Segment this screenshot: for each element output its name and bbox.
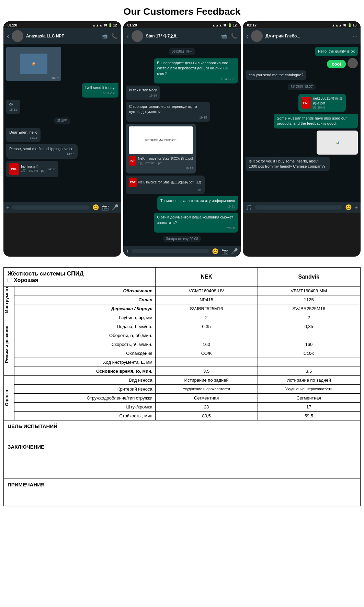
- mic-icon-1[interactable]: 🎤: [112, 204, 118, 211]
- instrument-section-label: Инструмент: [4, 286, 9, 313]
- cel-ispytaniy-cell: ЦЕЛЬ ИСПЫТАНИЙ: [4, 420, 360, 441]
- back-icon-3[interactable]: ‹: [246, 33, 248, 40]
- rezimy-nek-5: СОЖ: [155, 349, 258, 358]
- msg-recv-2b: С корпоративного если переводить, то нуж…: [126, 102, 210, 122]
- rezimy-row-5: Охлаждение СОЖ СОЖ: [4, 349, 360, 358]
- msg-time-dear: 14:16: [9, 136, 37, 140]
- wa-header-1: ‹ Anastasia LLC NPF 📹 📞: [3, 28, 121, 44]
- wa-action-icons-3: ···: [353, 33, 357, 39]
- otsenka-sandvik-3: Сегментная: [258, 393, 360, 402]
- msg-recv-2a: И так и так могу 19:14: [126, 86, 160, 100]
- add-icon-2[interactable]: +: [126, 248, 129, 254]
- wa-action-icons-2: 📹 📞: [221, 33, 237, 39]
- instrument-row-label-2: Сплав: [14, 295, 155, 304]
- video-icon-2[interactable]: 📹: [221, 33, 227, 39]
- otsenka-nek-3: Сегментная: [155, 393, 258, 402]
- msg-text-3b: can you send me the catalogue?: [249, 72, 303, 78]
- cool-wrapper: cool: [327, 58, 358, 68]
- page-title: Our Customers Feedback: [0, 0, 364, 21]
- rezimy-row-3: Обороты, n, об./мин.: [4, 331, 360, 340]
- msg-text-ok: ok: [9, 102, 17, 107]
- msg-sent-2c: Ты можешь заплатить за эту информацию 19…: [157, 196, 238, 211]
- add-icon-1[interactable]: +: [6, 204, 9, 211]
- chat-phone-2: 01:20 ▲▲▲ ⌘ 🔋 12 ‹ Stan 17° 牛7之8... 📹 📞 …: [123, 21, 241, 257]
- wifi-icon-1: ⌘: [104, 23, 107, 27]
- wifi-icon-3: ⌘: [343, 23, 346, 27]
- video-icon-1[interactable]: 📹: [101, 33, 108, 39]
- pdf-info-invoice: Invoice.pdf 1页 · 442 KB · pdf: [21, 165, 45, 173]
- pdf-wrapper-3: PDF nek105011-转曲-最终-s.pdf 53.35MB: [298, 94, 358, 112]
- wa-header-2: ‹ Stan 17° 牛7之8... 📹 📞: [123, 28, 241, 44]
- horoshaya-checkbox[interactable]: [8, 278, 12, 282]
- msg-text-3c: Some Russian friends have also used our …: [277, 116, 355, 126]
- signal-icon-2: ▲▲▲: [212, 23, 223, 27]
- rezimy-nek-2: 0,35: [155, 322, 258, 331]
- msg-text-invoice-req: Please, send me final shipping invoice.: [9, 146, 75, 151]
- msg-text-2b: И так и так могу: [129, 88, 157, 93]
- pdf-icon-2: PDF: [129, 178, 137, 187]
- otsenka-sandvik-5: 59,5: [258, 411, 360, 420]
- audio-icon-3[interactable]: 🎵: [246, 204, 252, 211]
- table-screenshot: 📊: [317, 131, 358, 155]
- msg-sent-3a: Hello, the quality is ok: [315, 47, 358, 56]
- msg-text-dear: Dear Eden, hello: [9, 130, 37, 135]
- pdf-time-invoice: 14:50: [47, 167, 55, 171]
- instrument-label-cell: Инструмент: [4, 286, 14, 313]
- pdf-row-2: PDF NeK Invoice for Stas 第二次购买.pdf · 1页: [129, 178, 202, 187]
- chat-input-1[interactable]: [12, 205, 89, 210]
- chat-phone-3: 01:17 ▲▲▲ ⌘ 🔋 18 ‹ Дмитрий Глебо... ··· …: [243, 21, 361, 257]
- checkbox-row: Хорошая: [8, 277, 151, 283]
- pdf-name-nek2: nek105011-转曲-最终-s.pdf: [313, 96, 343, 106]
- rezimy-row-label-2: Подача, f, мм/об.: [14, 322, 155, 331]
- msg-sent-3b: Some Russian friends have also used our …: [274, 114, 358, 128]
- back-icon-1[interactable]: ‹: [7, 33, 9, 40]
- msg-time-2f: 20:08: [157, 226, 235, 231]
- battery-num-3: 18: [353, 23, 356, 27]
- table-title: Жёсткость системы СПИД: [8, 270, 151, 277]
- otsenka-row-4: Штук/кромка 23 17: [4, 402, 360, 411]
- instrument-nek-1: VCMT160408-UV: [155, 286, 258, 295]
- call-icon-1[interactable]: 📞: [111, 33, 118, 39]
- otsenka-row-label-3: Стружкодробление/тип стружки: [14, 393, 155, 402]
- rezimy-row-label-7: Основное время, to, мин.: [14, 367, 155, 375]
- emoji-icon-3[interactable]: 😊: [345, 204, 352, 211]
- otsenka-row-label-2: Критерий износа: [14, 384, 155, 393]
- otsenka-nek-5: 80,5: [155, 411, 258, 420]
- emoji-icon-1[interactable]: 😊: [92, 204, 99, 211]
- msg-time-2b: 19:14: [129, 93, 157, 98]
- rezimy-sandvik-1: 2: [258, 313, 360, 322]
- call-icon-2[interactable]: 📞: [231, 33, 237, 39]
- msg-time-proforma: 19:29: [129, 166, 193, 171]
- otsenka-sandvik-4: 17: [258, 402, 360, 411]
- more-icon-3[interactable]: ···: [353, 33, 357, 39]
- chat-input-2[interactable]: [132, 249, 209, 253]
- back-icon-2[interactable]: ‹: [127, 33, 129, 40]
- otsenka-label-cell: Оценка: [4, 375, 14, 420]
- rezimy-sandvik-7: 3,5: [258, 367, 360, 375]
- otsenka-row-label-5: Стойкость , мин: [14, 411, 155, 420]
- rezimy-sandvik-2: 0,35: [258, 322, 360, 331]
- sender-avatar-3: [348, 58, 358, 68]
- rezimy-row-4: Скорость, V, м/мин. 160 160: [4, 340, 360, 349]
- rezimy-row-label-4: Скорость, V, м/мин.: [14, 340, 155, 349]
- chat-input-3[interactable]: [255, 205, 342, 210]
- add-icon-3[interactable]: +: [355, 204, 358, 211]
- msg-time-2c: 19:15: [129, 115, 207, 120]
- emoji-icon-2[interactable]: 😊: [212, 248, 219, 255]
- chat-input-bar-1: + 😊 📷 🎤: [3, 202, 121, 213]
- chat-input-bar-3: 🎵 😊 +: [243, 202, 361, 213]
- msg-text-2f: С этим документом ваша компания сможет з…: [157, 215, 235, 225]
- pdf-info-nek: NeK Invoice for Stas 第二次购买.pdf 1页 · 675 …: [138, 156, 193, 166]
- msg-recv-invoice-req: Please, send me final shipping invoice. …: [6, 144, 78, 159]
- wifi-icon-2: ⌘: [223, 23, 227, 27]
- camera-icon-1[interactable]: 📷: [102, 204, 109, 211]
- wa-header-3: ‹ Дмитрий Глебо... ···: [243, 28, 361, 44]
- chat-screenshots-section: 01:20 ▲▲▲ ⌘ 🔋 12 ‹ Anastasia LLC NPF 📹 📞: [0, 21, 364, 263]
- table-section: Жёсткость системы СПИД Хорошая NEK Sandv…: [0, 263, 364, 514]
- camera-icon-2[interactable]: 📷: [221, 248, 228, 255]
- msg-text-2a: Вы переводите деньги с корпоративного сч…: [157, 60, 235, 76]
- mic-icon-2[interactable]: 🎤: [231, 248, 238, 255]
- battery-icon-3: 🔋: [348, 23, 352, 27]
- msg-time-2e: 19:31: [160, 204, 235, 209]
- rezimy-row-2: Подача, f, мм/об. 0,35 0,35: [4, 322, 360, 331]
